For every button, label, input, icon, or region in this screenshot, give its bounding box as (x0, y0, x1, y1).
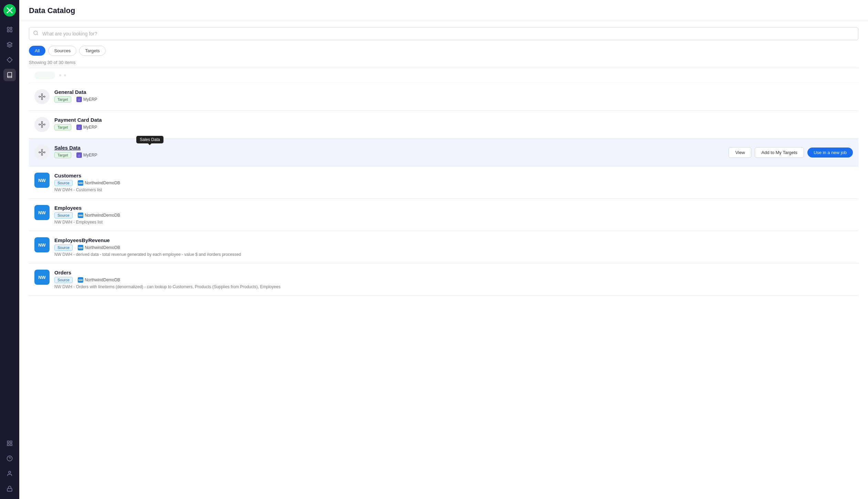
svg-point-15 (41, 96, 43, 98)
connection-icon-myerp: ⌂ (76, 97, 82, 102)
svg-marker-4 (7, 57, 12, 63)
item-name: General Data (54, 89, 853, 95)
item-details: Customers Source · NW NorthwindDemoDB NW… (54, 173, 853, 192)
svg-point-28 (44, 124, 45, 125)
item-connection: NW NorthwindDemoDB (78, 245, 120, 250)
item-connection: NW NorthwindDemoDB (78, 277, 120, 283)
sidebar-item-user[interactable] (3, 467, 16, 480)
svg-rect-0 (7, 27, 9, 29)
item-connection: NW NorthwindDemoDB (78, 180, 120, 186)
item-tags: Source · NW NorthwindDemoDB (54, 245, 853, 251)
list-item[interactable]: NW EmployeesByRevenue Source · NW Northw… (29, 231, 858, 263)
connection-icon-myerp: ⌂ (76, 124, 82, 130)
item-details: General Data Target · ⌂ MyERP (54, 89, 853, 104)
list-item[interactable]: Payment Card Data Target · ⌂ MyERP (29, 111, 858, 139)
filter-targets[interactable]: Targets (79, 46, 106, 56)
svg-point-16 (41, 94, 43, 95)
item-details: EmployeesByRevenue Source · NW Northwind… (54, 237, 853, 257)
sidebar-item-grid[interactable] (3, 437, 16, 449)
item-connection: ⌂ MyERP (76, 152, 97, 158)
page-header: Data Catalog (19, 0, 868, 20)
partial-top-item (29, 68, 858, 83)
item-name: Orders (54, 270, 853, 275)
main-content: Data Catalog All Sources Targets Showing… (19, 0, 868, 499)
svg-rect-5 (7, 441, 9, 443)
svg-line-14 (37, 34, 38, 35)
sidebar-item-help[interactable] (3, 452, 16, 465)
item-icon-hub (34, 117, 50, 132)
item-connection: ⌂ MyERP (76, 97, 97, 102)
item-connection: NW NorthwindDemoDB (78, 213, 120, 218)
item-details: Orders Source · NW NorthwindDemoDB NW DW… (54, 270, 853, 289)
use-in-job-button[interactable]: Use in a new job (807, 148, 853, 158)
sidebar-item-diamond[interactable] (3, 54, 16, 66)
svg-rect-2 (10, 30, 12, 32)
item-details: Sales Data Target · ⌂ MyERP (54, 145, 729, 160)
connection-icon-nw: NW (78, 277, 83, 283)
item-tags: Source · NW NorthwindDemoDB (54, 180, 853, 186)
item-tags: Target · ⌂ MyERP (54, 96, 853, 102)
item-name: Sales Data (54, 145, 729, 151)
search-bar (29, 27, 858, 40)
svg-point-33 (41, 151, 43, 153)
item-description: NW DWH - derived data - total revenue ge… (54, 252, 853, 257)
item-description: NW DWH - Orders with lineitems (denormal… (54, 284, 853, 289)
item-icon-nw: NW (34, 173, 50, 188)
content-area: All Sources Targets Showing 30 of 30 ite… (19, 20, 868, 499)
item-details: Employees Source · NW NorthwindDemoDB NW… (54, 205, 853, 225)
app-logo[interactable] (3, 4, 16, 17)
svg-point-26 (41, 127, 43, 128)
item-tag-source: Source (54, 180, 73, 186)
svg-point-25 (41, 121, 43, 123)
sidebar-item-catalog[interactable] (3, 69, 16, 81)
svg-point-36 (39, 152, 40, 153)
sidebar-item-layers[interactable] (3, 39, 16, 51)
connection-icon-nw: NW (78, 245, 83, 250)
svg-rect-6 (10, 441, 12, 443)
item-tags: Source · NW NorthwindDemoDB (54, 212, 853, 218)
list-item[interactable]: NW Employees Source · NW NorthwindDemoDB… (29, 199, 858, 231)
item-connection: ⌂ MyERP (76, 124, 97, 130)
item-tags: Source · NW NorthwindDemoDB (54, 277, 853, 283)
svg-point-27 (39, 124, 40, 125)
svg-rect-3 (7, 30, 9, 32)
svg-point-13 (34, 31, 38, 35)
item-tag-source: Source (54, 245, 73, 251)
sidebar-item-reports[interactable] (3, 23, 16, 36)
list-item[interactable]: General Data Target · ⌂ MyERP (29, 83, 858, 111)
view-button[interactable]: View (729, 147, 751, 158)
item-description: NW DWH - Employees list (54, 220, 853, 225)
item-name: EmployeesByRevenue (54, 237, 853, 243)
item-icon-hub (34, 145, 50, 160)
item-icon-nw: NW (34, 237, 50, 252)
svg-point-19 (44, 96, 45, 97)
catalog-list: General Data Target · ⌂ MyERP (29, 68, 858, 296)
search-icon (33, 30, 39, 37)
item-tag-source: Source (54, 277, 73, 283)
filter-sources[interactable]: Sources (48, 46, 76, 56)
svg-point-24 (41, 123, 43, 126)
connection-icon-nw: NW (78, 180, 83, 186)
list-item[interactable]: Sales Data Sales Data Target · ⌂ MyERP (29, 139, 858, 166)
list-item[interactable]: NW Orders Source · NW NorthwindDemoDB NW… (29, 263, 858, 296)
list-item[interactable]: NW Customers Source · NW NorthwindDemoDB… (29, 166, 858, 199)
connection-icon-myerp: ⌂ (76, 152, 82, 158)
item-actions: View Add to My Targets Use in a new job (729, 147, 853, 158)
item-icon-hub (34, 89, 50, 104)
item-icon-nw: NW (34, 270, 50, 285)
svg-point-35 (41, 154, 43, 156)
add-to-targets-button[interactable]: Add to My Targets (755, 147, 804, 158)
sidebar-item-settings[interactable] (3, 482, 16, 495)
svg-rect-12 (7, 488, 12, 491)
item-tags: Target · ⌂ MyERP (54, 152, 729, 158)
item-tag-source: Source (54, 212, 73, 218)
search-input[interactable] (29, 27, 858, 40)
svg-point-17 (41, 99, 43, 100)
item-name: Payment Card Data (54, 117, 853, 123)
item-description: NW DWH - Customers list (54, 187, 853, 192)
filter-all[interactable]: All (29, 46, 45, 56)
items-count: Showing 30 of 30 items (29, 60, 858, 65)
filter-buttons: All Sources Targets (29, 46, 858, 56)
item-tags: Target · ⌂ MyERP (54, 124, 853, 130)
svg-rect-7 (7, 444, 9, 446)
